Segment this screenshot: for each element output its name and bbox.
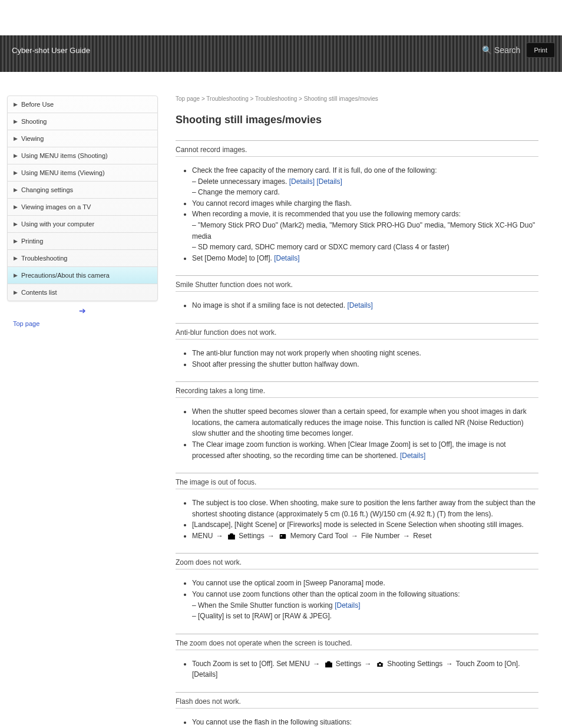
bullet: [Landscape], [Night Scene] or [Fireworks… — [192, 519, 538, 531]
sidebar-item-label: Changing settings — [21, 186, 73, 193]
bullet: The Clear image zoom function is working… — [192, 439, 538, 461]
bullet: MENU → Settings → Memory Card Tool → Fil… — [192, 531, 538, 542]
chevron-right-icon: ▶ — [14, 272, 18, 278]
section-4: The image is out of focus.The subject is… — [176, 473, 538, 549]
print-button[interactable]: Print — [526, 42, 555, 58]
sidebar-item-10[interactable]: ▶Precautions/About this camera — [8, 267, 157, 284]
chevron-right-icon: ▶ — [14, 255, 18, 261]
sidebar-item-2[interactable]: ▶Viewing — [8, 130, 157, 147]
details-link[interactable]: [Details] — [347, 301, 372, 309]
sidebar-item-3[interactable]: ▶Using MENU items (Shooting) — [8, 147, 157, 164]
toolbox-icon — [323, 660, 334, 668]
sidebar-item-label: Viewing images on a TV — [21, 203, 91, 210]
header-bar: Cyber-shot User Guide 🔍 Search Print — [0, 35, 562, 72]
section-7: Flash does not work.You cannot use the f… — [176, 692, 538, 728]
details-link[interactable]: [Details] — [316, 177, 342, 186]
top-page-link-wrap: ➔ Top page — [7, 306, 158, 332]
details-link[interactable]: [Details] — [335, 601, 360, 610]
section-5: Zoom does not work.You cannot use the op… — [176, 553, 538, 630]
section-title: Zoom does not work. — [176, 557, 538, 566]
sidebar-item-8[interactable]: ▶Printing — [8, 233, 157, 249]
bullet: You cannot use zoom functions other than… — [192, 589, 538, 622]
bullet: Set [Demo Mode] to [Off]. [Details] — [192, 253, 538, 264]
arrow-right-icon: → — [266, 531, 276, 542]
arrow-right-icon: → — [350, 531, 359, 542]
section-title: Smile Shutter function does not work. — [176, 279, 538, 289]
sidebar-item-label: Troubleshooting — [21, 255, 67, 262]
header-title: Cyber-shot User Guide — [12, 46, 90, 55]
chevron-right-icon: ▶ — [14, 221, 18, 227]
arrow-right-icon: → — [402, 531, 411, 542]
section-title: Cannot record images. — [176, 144, 538, 154]
section-title: The image is out of focus. — [176, 477, 538, 486]
arrow-right-icon: → — [215, 531, 224, 542]
chevron-right-icon: ▶ — [14, 204, 18, 210]
content: Top page > Troubleshooting > Troubleshoo… — [158, 95, 550, 728]
section-0: Cannot record images.Check the free capa… — [176, 140, 538, 272]
chevron-right-icon: ▶ — [14, 153, 18, 159]
top-page-link[interactable]: Top page — [7, 315, 158, 332]
arrow-right-icon: → — [363, 658, 373, 670]
sidebar-item-label: Printing — [21, 238, 43, 245]
sidebar-item-label: Shooting — [21, 118, 47, 125]
chevron-right-icon: ▶ — [14, 136, 18, 141]
sidebar-item-1[interactable]: ▶Shooting — [8, 113, 157, 130]
bullet: No image is shot if a smiling face is no… — [192, 300, 538, 311]
sidebar-item-label: Viewing — [21, 135, 44, 142]
sidebar-item-7[interactable]: ▶Using with your computer — [8, 216, 157, 232]
sidebar-item-9[interactable]: ▶Troubleshooting — [8, 250, 157, 266]
arrow-right-icon: → — [445, 658, 454, 670]
page-title: Shooting still images/movies — [176, 114, 538, 126]
sidebar-item-label: Using MENU items (Shooting) — [21, 152, 108, 159]
breadcrumb: Top page > Troubleshooting > Troubleshoo… — [176, 95, 538, 102]
bullet: The subject is too close. When shooting,… — [192, 498, 538, 519]
bullet: You cannot use the flash in the followin… — [192, 717, 538, 728]
details-link[interactable]: [Details] — [400, 452, 425, 460]
section-3: Recording takes a long time.When the shu… — [176, 381, 538, 469]
camset-icon — [375, 660, 385, 668]
section-1: Smile Shutter function does not work.No … — [176, 275, 538, 319]
section-title: The zoom does not operate when the scree… — [176, 638, 538, 647]
sidebar-item-0[interactable]: ▶Before Use — [8, 96, 157, 113]
sidebar-item-5[interactable]: ▶Changing settings — [8, 182, 157, 198]
arrow-right-icon: ➔ — [79, 306, 86, 315]
section-6: The zoom does not operate when the scree… — [176, 634, 538, 689]
sidebar-item-contents[interactable]: ▶Contents list — [8, 284, 157, 301]
section-title: Flash does not work. — [176, 696, 538, 706]
section-title: Anti-blur function does not work. — [176, 327, 538, 337]
card-icon — [277, 532, 288, 541]
chevron-right-icon: ▶ — [14, 238, 18, 244]
bullet: When recording a movie, it is recommende… — [192, 209, 538, 252]
section-title: Recording takes a long time. — [176, 386, 538, 395]
bullet: Shoot after pressing the shutter button … — [192, 359, 538, 370]
chevron-right-icon: ▶ — [14, 187, 18, 193]
bullet: The anti-blur function may not work prop… — [192, 348, 538, 359]
toolbox-icon — [226, 532, 237, 541]
sidebar: ▶Before Use▶Shooting▶Viewing▶Using MENU … — [7, 95, 158, 728]
search-icon[interactable]: 🔍 Search — [482, 45, 520, 55]
sidebar-item-label: Using with your computer — [21, 220, 94, 228]
chevron-right-icon: ▶ — [14, 118, 18, 124]
sidebar-item-label: Precautions/About this camera — [21, 272, 110, 279]
section-2: Anti-blur function does not work.The ant… — [176, 323, 538, 378]
sidebar-item-label: Using MENU items (Viewing) — [21, 169, 105, 176]
details-link[interactable]: [Details] — [274, 254, 299, 262]
sidebar-item-label: Before Use — [21, 101, 54, 108]
chevron-right-icon: ▶ — [14, 101, 18, 107]
bullet: You cannot use the optical zoom in [Swee… — [192, 578, 538, 589]
chevron-right-icon: ▶ — [14, 289, 18, 295]
details-link[interactable]: [Details] — [289, 177, 315, 186]
bullet: Check the free capacity of the memory ca… — [192, 165, 538, 198]
bullet: When the shutter speed becomes slower th… — [192, 406, 538, 439]
bullet: Touch Zoom is set to [Off]. Set MENU → S… — [192, 658, 538, 680]
chevron-right-icon: ▶ — [14, 170, 18, 176]
sidebar-nav: ▶Before Use▶Shooting▶Viewing▶Using MENU … — [7, 95, 158, 301]
sidebar-item-label: Contents list — [21, 289, 57, 296]
sidebar-item-4[interactable]: ▶Using MENU items (Viewing) — [8, 164, 157, 181]
sidebar-item-6[interactable]: ▶Viewing images on a TV — [8, 199, 157, 215]
arrow-right-icon: → — [312, 658, 321, 670]
bullet: You cannot record images while charging … — [192, 198, 538, 209]
